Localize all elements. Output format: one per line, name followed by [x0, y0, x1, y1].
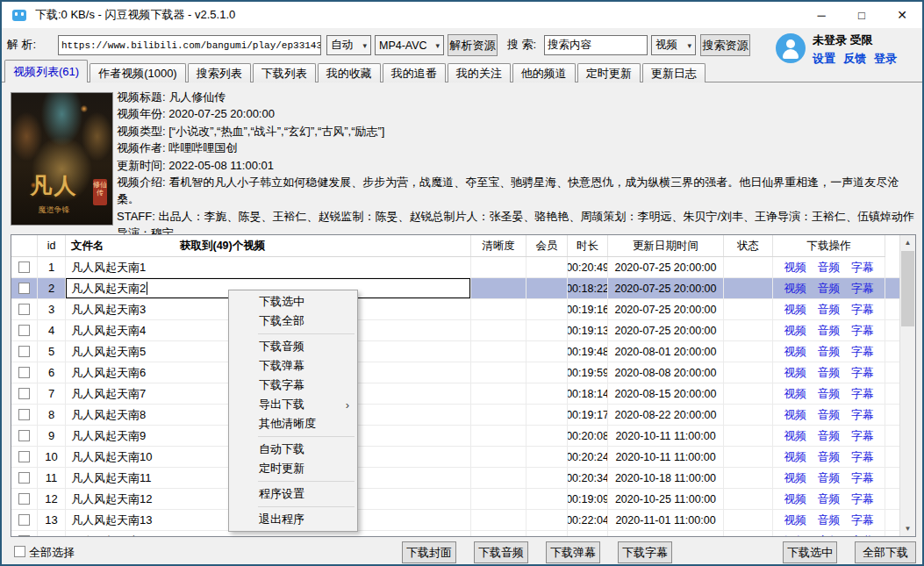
row-checkbox[interactable] — [18, 262, 30, 273]
table-row[interactable]: 2凡人风起天南200:18:222020-07-25 20:00:00视频音频字… — [11, 278, 899, 299]
row-checkbox[interactable] — [18, 283, 30, 294]
tab-following[interactable]: 我的关注 — [448, 63, 511, 82]
download-audio-link[interactable]: 音频 — [818, 428, 841, 444]
menu-item[interactable]: 程序设置 — [229, 484, 357, 504]
scrollbar-thumb[interactable] — [901, 251, 914, 326]
download-video-link[interactable]: 视频 — [784, 491, 806, 507]
search-resource-button[interactable]: 搜索资源 — [700, 34, 750, 56]
download-audio-link[interactable]: 音频 — [818, 344, 841, 360]
table-row[interactable]: 13凡人风起天南1300:22:042020-11-01 11:00:00视频音… — [11, 510, 899, 531]
url-input[interactable]: https://www.bilibili.com/bangumi/play/ep… — [58, 35, 321, 55]
search-input[interactable]: 搜索内容 — [544, 35, 648, 55]
user-avatar[interactable] — [776, 33, 806, 63]
download-audio-link[interactable]: 音频 — [818, 365, 841, 381]
row-checkbox[interactable] — [18, 430, 30, 441]
format-select[interactable]: MP4-AVC ▾ — [375, 35, 444, 55]
download-audio-link[interactable]: 音频 — [818, 260, 841, 276]
download-audio-link[interactable]: 音频 — [818, 407, 841, 423]
menu-item[interactable]: 退出程序 — [229, 510, 357, 529]
download-video-link[interactable]: 视频 — [784, 302, 806, 318]
menu-item[interactable]: 定时更新 — [229, 459, 357, 478]
tab-scheduled-update[interactable]: 定时更新 — [577, 63, 641, 82]
table-row[interactable]: 11凡人风起天南1100:20:342020-10-18 11:00:00视频音… — [11, 468, 899, 489]
download-cover-button[interactable]: 下载封面 — [402, 541, 456, 563]
download-subtitle-link[interactable]: 字幕 — [851, 344, 874, 360]
download-video-link[interactable]: 视频 — [784, 470, 806, 486]
download-audio-link[interactable]: 音频 — [818, 449, 841, 465]
download-video-link[interactable]: 视频 — [784, 534, 806, 537]
table-row[interactable]: 12凡人风起天南1200:19:092020-10-25 11:00:00视频音… — [11, 489, 899, 510]
download-audio-link[interactable]: 音频 — [818, 470, 841, 486]
download-subtitle-button[interactable]: 下载字幕 — [618, 541, 672, 563]
download-video-link[interactable]: 视频 — [784, 386, 806, 402]
menu-item[interactable]: 自动下载 — [229, 440, 357, 459]
menu-item[interactable]: 下载全部 — [229, 312, 357, 331]
download-audio-link[interactable]: 音频 — [818, 302, 841, 318]
search-type-select[interactable]: 视频 ▾ — [651, 35, 696, 55]
download-video-link[interactable]: 视频 — [784, 365, 806, 381]
tab-changelog[interactable]: 更新日志 — [642, 63, 706, 82]
table-row[interactable]: 5凡人风起天南500:19:482020-08-01 20:00:00视频音频字… — [11, 341, 899, 362]
download-audio-link[interactable]: 音频 — [818, 534, 841, 537]
download-video-link[interactable]: 视频 — [784, 260, 806, 276]
download-subtitle-link[interactable]: 字幕 — [851, 365, 874, 381]
parse-resource-button[interactable]: 解析资源 — [448, 34, 498, 56]
download-video-link[interactable]: 视频 — [784, 449, 806, 465]
download-audio-link[interactable]: 音频 — [818, 281, 841, 297]
menu-item[interactable]: 下载音频 — [229, 337, 357, 356]
row-checkbox[interactable] — [18, 493, 30, 505]
download-video-link[interactable]: 视频 — [784, 428, 806, 444]
table-row[interactable]: 4凡人风起天南400:19:132020-07-25 20:00:00视频音频字… — [11, 320, 899, 341]
close-button[interactable]: ✕ — [882, 2, 922, 28]
tab-his-channel[interactable]: 他的频道 — [512, 63, 576, 82]
download-video-link[interactable]: 视频 — [784, 512, 806, 528]
table-row[interactable]: 10凡人风起天南1000:20:242020-10-11 11:00:00视频音… — [11, 447, 899, 468]
row-checkbox[interactable] — [18, 346, 30, 357]
download-subtitle-link[interactable]: 字幕 — [851, 281, 874, 297]
download-video-link[interactable]: 视频 — [784, 407, 806, 423]
download-audio-link[interactable]: 音频 — [818, 491, 841, 507]
table-row[interactable]: 8凡人风起天南800:19:172020-08-22 20:00:00视频音频字… — [11, 405, 899, 426]
menu-item[interactable]: 下载弹幕 — [229, 356, 357, 376]
tab-author-videos[interactable]: 作者视频(1000) — [90, 63, 186, 82]
download-selected-button[interactable]: 下载选中 — [783, 541, 837, 563]
download-subtitle-link[interactable]: 字幕 — [851, 470, 874, 486]
tab-video-list[interactable]: 视频列表(61) — [4, 60, 88, 82]
download-subtitle-link[interactable]: 字幕 — [851, 386, 874, 402]
download-audio-link[interactable]: 音频 — [818, 512, 841, 528]
menu-item[interactable]: 导出下载› — [229, 395, 357, 414]
row-checkbox[interactable] — [18, 514, 30, 526]
download-video-link[interactable]: 视频 — [784, 344, 806, 360]
tab-favorites[interactable]: 我的收藏 — [318, 63, 381, 82]
row-checkbox[interactable] — [18, 304, 30, 315]
download-subtitle-link[interactable]: 字幕 — [851, 491, 874, 507]
download-audio-link[interactable]: 音频 — [818, 323, 841, 339]
row-checkbox[interactable] — [18, 325, 30, 336]
menu-item[interactable]: 下载选中 — [229, 292, 357, 312]
download-subtitle-link[interactable]: 字幕 — [851, 407, 874, 423]
download-subtitle-link[interactable]: 字幕 — [851, 323, 874, 339]
download-video-link[interactable]: 视频 — [784, 281, 806, 297]
scroll-down-icon[interactable]: ▼ — [900, 521, 915, 536]
row-checkbox[interactable] — [18, 409, 30, 420]
table-row[interactable]: 3凡人风起天南300:19:162020-07-25 20:00:00视频音频字… — [11, 299, 899, 320]
download-all-button[interactable]: 全部下载 — [855, 541, 916, 563]
table-row[interactable]: 9凡人风起天南900:20:082020-10-11 11:00:00视频音频字… — [11, 426, 899, 447]
parse-mode-select[interactable]: 自动 ▾ — [326, 35, 371, 55]
download-subtitle-link[interactable]: 字幕 — [851, 534, 874, 537]
table-row[interactable]: 14凡人风起天南1400:19:142020-11-08 11:00:00视频音… — [11, 531, 899, 536]
download-audio-link[interactable]: 音频 — [818, 386, 841, 402]
download-subtitle-link[interactable]: 字幕 — [851, 302, 874, 318]
download-audio-button[interactable]: 下载音频 — [474, 541, 528, 563]
tab-bangumi[interactable]: 我的追番 — [383, 63, 446, 82]
download-danmaku-button[interactable]: 下载弹幕 — [546, 541, 600, 563]
row-checkbox[interactable] — [18, 451, 30, 462]
table-row[interactable]: 6凡人风起天南600:19:592020-08-08 20:00:00视频音频字… — [11, 362, 899, 383]
vertical-scrollbar[interactable]: ▲ ▼ — [899, 235, 915, 536]
download-video-link[interactable]: 视频 — [784, 323, 806, 339]
download-subtitle-link[interactable]: 字幕 — [851, 449, 874, 465]
menu-item[interactable]: 其他清晰度 — [229, 414, 357, 433]
row-checkbox[interactable] — [18, 472, 30, 484]
row-checkbox[interactable] — [18, 367, 30, 378]
table-row[interactable]: 1凡人风起天南100:20:492020-07-25 20:00:00视频音频字… — [11, 257, 899, 278]
